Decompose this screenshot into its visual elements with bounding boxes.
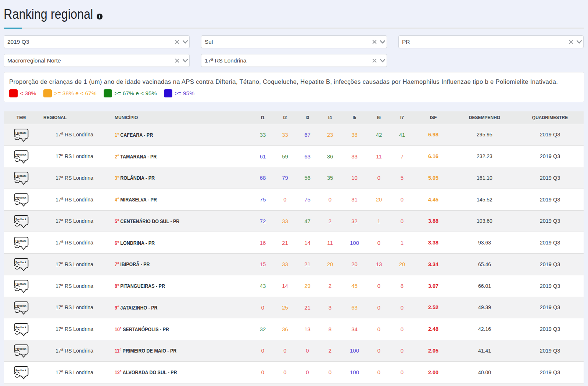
svg-text:i: i bbox=[99, 14, 100, 19]
